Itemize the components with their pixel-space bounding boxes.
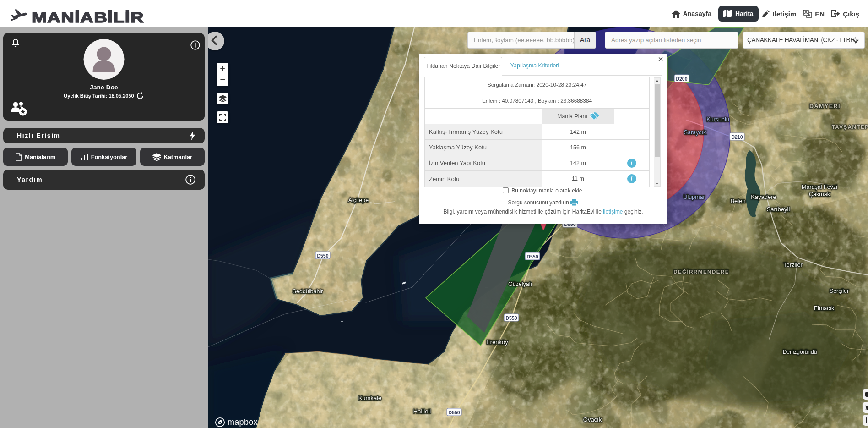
svg-text:D550: D550: [317, 253, 328, 258]
svg-text:Sarıbeyli: Sarıbeyli: [767, 206, 790, 213]
svg-text:D550: D550: [505, 315, 517, 321]
svg-text:Güzelyalı: Güzelyalı: [508, 281, 532, 287]
svg-text:Maraşal Fevzi: Maraşal Fevzi: [802, 184, 837, 190]
svg-text:Saraycık: Saraycık: [684, 129, 706, 136]
svg-text:Terziler: Terziler: [783, 261, 803, 268]
svg-text:D210: D210: [731, 134, 743, 140]
svg-text:D200: D200: [676, 76, 687, 82]
svg-text:Erenköy: Erenköy: [486, 339, 508, 346]
svg-text:Serçiler: Serçiler: [830, 288, 849, 294]
svg-text:Kursunlu: Kursunlu: [706, 116, 729, 123]
svg-text:D550: D550: [448, 410, 460, 415]
svg-text:Seddülbahir: Seddülbahir: [293, 288, 323, 295]
svg-text:Belen: Belen: [730, 198, 745, 204]
svg-text:DEĞİRRMENDERE: DEĞİRRMENDERE: [673, 269, 729, 274]
svg-text:DAMYERI: DAMYERI: [809, 103, 841, 110]
svg-text:Elmacık: Elmacık: [814, 305, 835, 312]
svg-text:D550: D550: [526, 254, 538, 259]
svg-text:TAVŞANTEPE: TAVŞANTEPE: [832, 124, 868, 130]
svg-text:Kayadere: Kayadere: [751, 193, 776, 200]
svg-text:Ulupınar: Ulupınar: [683, 194, 705, 200]
svg-text:Çakmak: Çakmak: [809, 191, 830, 198]
svg-text:MANİABİLİR: MANİABİLİR: [32, 10, 144, 26]
svg-text:Denizgöründü: Denizgöründü: [783, 349, 817, 355]
svg-text:Ovacık: Ovacık: [583, 416, 602, 423]
svg-text:Kumkale: Kumkale: [358, 395, 382, 401]
svg-text:Alçitepe: Alçitepe: [348, 197, 369, 203]
svg-text:Halileli: Halileli: [413, 408, 431, 415]
